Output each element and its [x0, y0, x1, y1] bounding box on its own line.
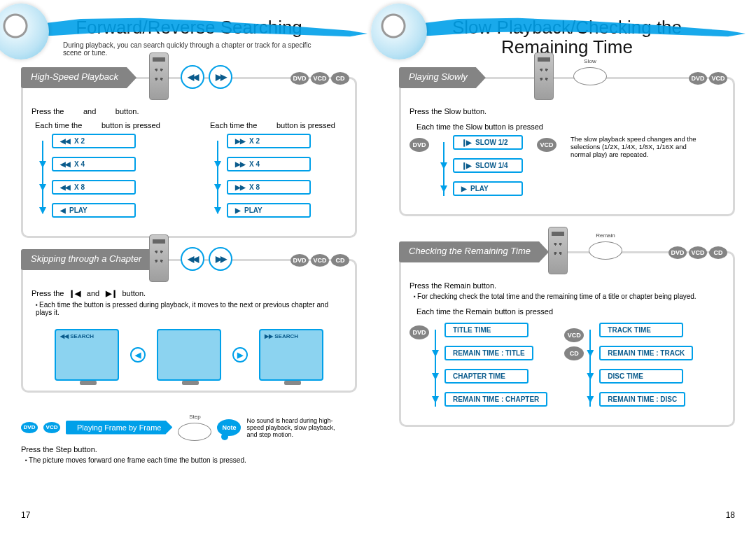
page-left: Forward/Reverse Searching During playbac… [0, 0, 378, 534]
t: DISC TIME [599, 369, 683, 384]
badge-dvd: DVD [410, 138, 429, 152]
t: X 8 [74, 183, 85, 191]
t: CHAPTER TIME [444, 369, 528, 384]
badge-vcd: VCD [689, 246, 707, 259]
forward-icon: ▶▶ [209, 65, 232, 89]
arrow-right-icon: ▶ [232, 347, 248, 363]
remote-icon [534, 52, 554, 100]
instruction: Press the Step button. [21, 445, 357, 454]
step-button-icon: Step [178, 414, 211, 441]
panel-slow: Playing Slowly Slow DVD VCD Press the Sl… [399, 77, 735, 216]
t: Note [222, 424, 236, 431]
badge-cd: CD [709, 246, 727, 259]
section-label: Skipping through a Chapter [21, 249, 160, 270]
tv-icon [157, 329, 221, 381]
t: X 8 [249, 183, 260, 191]
t: PLAY [69, 206, 88, 214]
instruction: Press the Remain button. [410, 281, 724, 290]
disc-badges: DVD VCD [689, 72, 727, 85]
t: ◀◀ SEARCH [60, 333, 94, 339]
badge-dvd: DVD [290, 254, 309, 267]
slow-icon: ❙▶ [461, 162, 471, 169]
badge-vcd: VCD [709, 72, 727, 85]
t: X 2 [74, 137, 85, 145]
title-banner-left: Forward/Reverse Searching During playbac… [0, 14, 378, 56]
next-icon: ▶▶ [209, 247, 232, 271]
badge-vcd: VCD [311, 254, 329, 267]
tv-icon: ◀◀ SEARCH [55, 329, 119, 381]
badge-dvd: DVD [668, 246, 687, 259]
bullet-text: For checking check the total time and th… [414, 293, 724, 300]
section-label: High-Speed Playback [21, 67, 136, 88]
forward-icon: ▶▶ [235, 183, 245, 191]
section-label: Checking the Remaining Time [399, 241, 549, 262]
play-icon: ◀ [60, 206, 65, 214]
slow-button-icon: Slow [573, 58, 607, 85]
t: TITLE TIME [444, 323, 528, 337]
bullet-text: Each time the button is pressed during p… [36, 301, 346, 316]
t: Step [189, 414, 200, 420]
search-buttons: ◀◀ ▶▶ [181, 65, 232, 89]
remain-vcd-col: VCD CD TRACK TIME REMAIN TIME : TRACK DI… [564, 323, 693, 415]
strip-label: Playing Frame by Frame [66, 421, 172, 435]
tv-icon: ▶▶ SEARCH [259, 329, 323, 381]
page-number: 18 [726, 510, 735, 520]
t: REMAIN TIME : TITLE [444, 346, 533, 360]
sub-heading: Each time the Slow button is pressed [416, 122, 724, 131]
remain-button-icon: Remain [589, 232, 622, 260]
t: button. [115, 107, 139, 115]
page-subtitle: During playback, you can search quickly … [63, 41, 329, 57]
skip-buttons: ◀◀ ▶▶ [181, 247, 232, 271]
instruction: Press the ❙◀ and ▶❙ button. [31, 289, 346, 298]
rewind-icon: ◀◀ [60, 183, 70, 191]
badge-cd: CD [564, 346, 584, 360]
panel-skipping: Skipping through a Chapter ◀◀ ▶▶ DVD VCD… [21, 259, 357, 393]
t: REMAIN TIME : DISC [599, 392, 685, 407]
badge-dvd: DVD [410, 325, 429, 339]
badge-cd: CD [331, 72, 349, 85]
section-label: Playing Slowly [399, 67, 486, 88]
t: and [83, 107, 96, 115]
slow-icon: ❙▶ [461, 139, 471, 146]
t: Remaining Time [501, 36, 633, 57]
t: REMAIN TIME : TRACK [599, 346, 693, 360]
arrow-left-icon: ◀ [130, 347, 146, 363]
title-banner-right: Slow Playback/Checking the Remaining Tim… [378, 14, 756, 56]
panel-highspeed: High-Speed Playback ◀◀ ▶▶ DVD VCD CD Pre… [21, 77, 357, 238]
screen-row: ◀◀ SEARCH ◀ ▶ ▶▶ SEARCH [31, 329, 346, 381]
t: TRACK TIME [599, 323, 683, 337]
disc-badges: DVD VCD CD [290, 72, 349, 85]
badge-cd: CD [331, 254, 349, 267]
sub-heading: Each time the Remain button is pressed [416, 307, 724, 316]
t: PLAY [244, 206, 262, 214]
frame-strip: DVD VCD Playing Frame by Frame Step Note… [21, 414, 357, 441]
t: REMAIN TIME : CHAPTER [444, 392, 547, 407]
oval-button-icon [178, 423, 211, 441]
badge-dvd: DVD [290, 72, 309, 85]
badge-vcd: VCD [537, 138, 556, 152]
t: Each time the [35, 121, 102, 129]
remote-icon [149, 234, 169, 282]
play-icon: ▶ [235, 206, 240, 214]
slow-note: The slow playback speed changes and the … [570, 135, 696, 158]
instruction: Press the and button. [31, 107, 346, 115]
t: Slow [584, 58, 596, 64]
t: SLOW 1/2 [475, 139, 508, 146]
t: Each time the [210, 121, 276, 129]
play-icon: ▶ [461, 185, 466, 192]
t: Remain [596, 232, 615, 239]
page-right: Slow Playback/Checking the Remaining Tim… [378, 0, 756, 534]
t: X 2 [249, 137, 260, 145]
disc-icon [371, 3, 427, 59]
t: button is pressed [102, 121, 160, 129]
t: button is pressed [276, 121, 335, 129]
remote-icon [548, 227, 568, 274]
badge-dvd: DVD [21, 422, 38, 433]
rewind-icon: ◀◀ [181, 65, 204, 89]
prev-icon: ◀◀ [181, 247, 204, 271]
rewind-icon: ◀◀ [60, 160, 70, 168]
forward-column: Each time thebutton is pressed ▶▶X 2 ▶▶X… [210, 121, 343, 226]
remain-dvd-col: DVD TITLE TIME REMAIN TIME : TITLE CHAPT… [410, 323, 547, 415]
forward-icon: ▶▶ [235, 137, 245, 145]
page-number: 17 [21, 510, 30, 520]
